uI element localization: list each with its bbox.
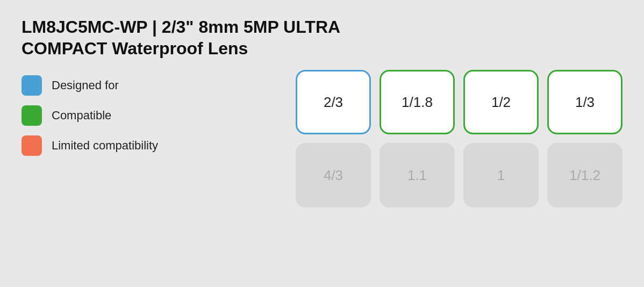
main-row: Designed forCompatibleLimited compatibil… xyxy=(22,70,622,207)
sensor-grid: 2/31/1.81/21/34/31.111/1.2 xyxy=(296,70,622,207)
legend-label-limited: Limited compatibility xyxy=(52,139,158,153)
legend-swatch-limited xyxy=(22,135,42,156)
sensor-card-card-1-3[interactable]: 1/3 xyxy=(547,70,622,134)
legend-label-compatible: Compatible xyxy=(52,109,111,123)
sensor-card-card-1-1.8[interactable]: 1/1.8 xyxy=(380,70,455,134)
legend-item-compatible: Compatible xyxy=(22,105,161,126)
legend-swatch-designed-for xyxy=(22,75,42,96)
sensor-card-card-1-1.2[interactable]: 1/1.2 xyxy=(547,143,622,207)
legend-label-designed-for: Designed for xyxy=(52,78,119,92)
row-top: 2/31/1.81/21/3 xyxy=(296,70,622,134)
legend-item-limited: Limited compatibility xyxy=(22,135,161,156)
sensor-card-card-1-2[interactable]: 1/2 xyxy=(463,70,539,134)
page-title: LM8JC5MC-WP | 2/3" 8mm 5MP ULTRA COMPACT… xyxy=(22,16,344,59)
row-bottom: 4/31.111/1.2 xyxy=(296,143,622,207)
sensor-card-card-2-3[interactable]: 2/3 xyxy=(296,70,371,134)
legend: Designed forCompatibleLimited compatibil… xyxy=(22,75,161,156)
legend-item-designed-for: Designed for xyxy=(22,75,161,96)
sensor-card-card-4-3[interactable]: 4/3 xyxy=(296,143,371,207)
sensor-card-card-1[interactable]: 1 xyxy=(463,143,539,207)
sensor-card-card-1.1[interactable]: 1.1 xyxy=(380,143,455,207)
page-container: LM8JC5MC-WP | 2/3" 8mm 5MP ULTRA COMPACT… xyxy=(0,0,644,287)
legend-swatch-compatible xyxy=(22,105,42,126)
